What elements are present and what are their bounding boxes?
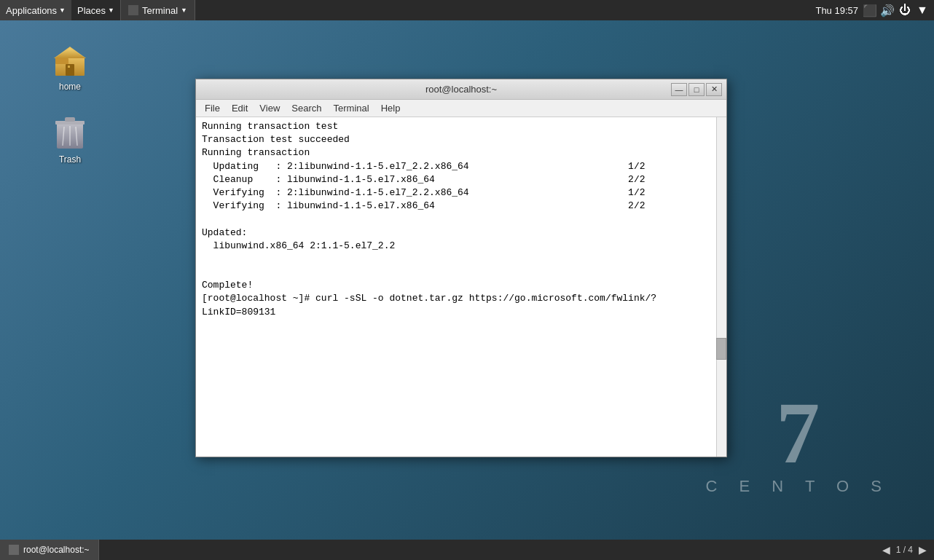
- taskbar-terminal-label: root@localhost:~: [23, 545, 90, 555]
- svg-marker-4: [54, 48, 86, 58]
- taskbar-terminal-item[interactable]: root@localhost:~: [0, 540, 99, 560]
- terminal-menu-view[interactable]: View: [254, 100, 286, 117]
- centos-version-number: 7: [706, 390, 890, 477]
- pager-display: 1 / 4: [896, 545, 913, 555]
- svg-rect-6: [68, 66, 70, 68]
- top-panel: Applications ▼ Places ▼ Terminal ▼ Thu 1…: [0, 0, 934, 20]
- centos-watermark: 7 C E N T O S: [706, 390, 890, 496]
- taskbar-terminal-icon: [9, 545, 19, 555]
- places-arrow-icon: ▼: [108, 7, 114, 14]
- top-panel-right: Thu 19:57 ⬛ 🔊 ⏻ ▼: [815, 0, 934, 20]
- desktop-icon-trash[interactable]: Trash: [41, 115, 99, 166]
- volume-icon[interactable]: 🔊: [882, 4, 893, 16]
- terminal-taskbar-tab[interactable]: Terminal ▼: [120, 0, 195, 20]
- terminal-tab-icon: [128, 5, 138, 15]
- applications-label: Applications: [6, 5, 57, 16]
- terminal-controls: — □ ✕: [671, 83, 722, 96]
- home-icon-label: home: [41, 80, 99, 93]
- trash-icon: [52, 115, 87, 150]
- bottom-panel: root@localhost:~ ◀ 1 / 4 ▶: [0, 540, 934, 560]
- terminal-content[interactable]: Running transaction test Transaction tes…: [196, 117, 726, 457]
- clock: Thu 19:57: [815, 5, 858, 16]
- scrollbar-thumb[interactable]: [716, 338, 726, 360]
- terminal-window: root@localhost:~ — □ ✕ File Edit View Se…: [195, 79, 727, 457]
- terminal-scrollbar[interactable]: [716, 117, 726, 457]
- terminal-menu-file[interactable]: File: [199, 100, 226, 117]
- home-folder-icon: [52, 42, 87, 77]
- pager-prev-button[interactable]: ◀: [882, 544, 890, 556]
- terminal-menu-edit[interactable]: Edit: [226, 100, 254, 117]
- taskbar-items: root@localhost:~: [0, 540, 99, 560]
- terminal-close-button[interactable]: ✕: [706, 83, 722, 96]
- terminal-menu-help[interactable]: Help: [375, 100, 407, 117]
- svg-rect-2: [55, 58, 68, 64]
- desktop-icon-home[interactable]: home: [41, 42, 99, 93]
- terminal-tab-label: Terminal: [142, 5, 178, 16]
- display-icon[interactable]: ⬛: [864, 4, 876, 16]
- places-label: Places: [77, 5, 106, 16]
- panel-arrow-icon[interactable]: ▼: [917, 4, 928, 16]
- workspace-pager: ◀ 1 / 4 ▶: [875, 540, 934, 560]
- terminal-tab-arrow-icon: ▼: [181, 7, 187, 14]
- svg-rect-5: [66, 64, 74, 76]
- pager-next-button[interactable]: ▶: [919, 544, 927, 556]
- centos-brand-text: C E N T O S: [706, 477, 890, 496]
- svg-rect-9: [65, 117, 75, 122]
- terminal-menu-terminal[interactable]: Terminal: [328, 100, 375, 117]
- terminal-menubar: File Edit View Search Terminal Help: [196, 100, 726, 117]
- terminal-title: root@localhost:~: [251, 84, 671, 95]
- terminal-minimize-button[interactable]: —: [671, 83, 687, 96]
- applications-menu[interactable]: Applications ▼: [0, 0, 71, 20]
- power-icon[interactable]: ⏻: [899, 4, 911, 16]
- top-panel-left: Applications ▼ Places ▼ Terminal ▼: [0, 0, 195, 20]
- terminal-output: Running transaction test Transaction tes…: [196, 117, 726, 322]
- places-menu[interactable]: Places ▼: [71, 0, 120, 20]
- terminal-maximize-button[interactable]: □: [688, 83, 705, 96]
- desktop: home Trash 7 C: [0, 20, 934, 540]
- trash-icon-label: Trash: [41, 153, 99, 166]
- terminal-menu-search[interactable]: Search: [286, 100, 327, 117]
- applications-arrow-icon: ▼: [59, 7, 66, 14]
- terminal-titlebar: root@localhost:~ — □ ✕: [196, 79, 726, 100]
- time-display: Thu 19:57: [815, 5, 858, 16]
